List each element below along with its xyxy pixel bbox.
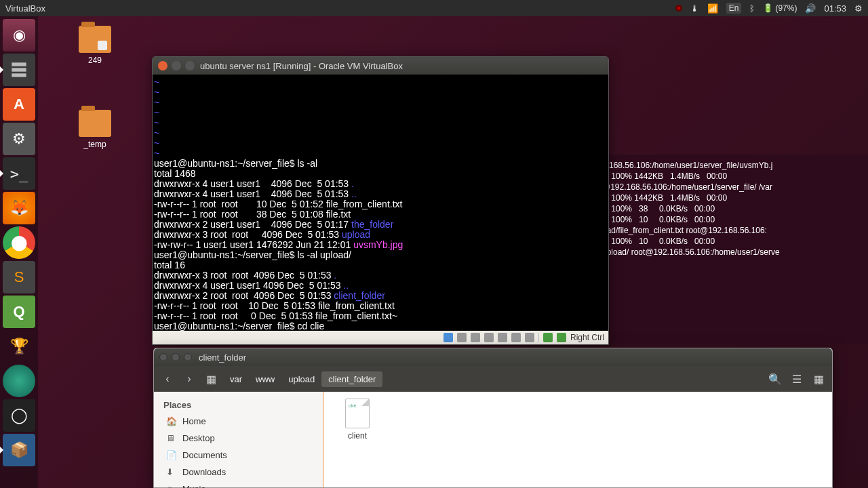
- place-icon: ♫: [166, 484, 177, 488]
- files-window: client_folder ‹ › ▦ varwwwuploadclient_f…: [153, 348, 833, 488]
- sidebar-item-documents[interactable]: 📄Documents: [154, 447, 323, 464]
- network-icon[interactable]: [484, 333, 494, 342]
- hdd-icon[interactable]: [443, 333, 453, 342]
- sidebar-item-desktop[interactable]: 🖥Desktop: [154, 430, 323, 447]
- desktop-folder-249[interactable]: 249: [68, 26, 122, 65]
- files-toolbar: ‹ › ▦ varwwwuploadclient_folder 🔍 ☰ ▦: [154, 366, 832, 392]
- marble-icon[interactable]: [3, 365, 35, 397]
- place-icon: 🖥: [166, 433, 177, 443]
- optical-icon[interactable]: [457, 333, 467, 342]
- search-icon[interactable]: 🔍: [766, 369, 785, 388]
- desktop-icon-label: _temp: [68, 140, 122, 149]
- breadcrumb-client_folder[interactable]: client_folder: [321, 371, 382, 387]
- files-sidebar: Places 🏠Home🖥Desktop📄Documents⬇Downloads…: [154, 392, 323, 487]
- launcher: ◉ A ⚙ >_ 🦊 ⬤ S Q 🏆 ◯ 📦: [0, 16, 38, 488]
- minimize-button[interactable]: [172, 61, 181, 70]
- vbox-title: ubuntu server ns1 [Running] - Oracle VM …: [200, 61, 403, 71]
- file-item-client[interactable]: oke client: [330, 399, 384, 441]
- sidebar-item-music[interactable]: ♫Music: [154, 481, 323, 488]
- virtualbox-window: ubuntu server ns1 [Running] - Oracle VM …: [152, 56, 609, 345]
- terminal-icon[interactable]: >_: [3, 157, 35, 190]
- breadcrumb-www[interactable]: www: [249, 371, 281, 387]
- sublime-icon[interactable]: S: [3, 261, 35, 293]
- breadcrumb: varwwwuploadclient_folder: [223, 371, 382, 387]
- breadcrumb-var[interactable]: var: [223, 371, 249, 387]
- view-menu-icon[interactable]: ☰: [787, 369, 806, 388]
- svg-rect-2: [12, 73, 26, 77]
- forward-button[interactable]: ›: [180, 369, 199, 388]
- qgis-icon[interactable]: Q: [3, 296, 35, 328]
- svg-rect-1: [12, 68, 26, 71]
- place-icon: 🏠: [166, 416, 177, 426]
- back-button[interactable]: ‹: [158, 369, 177, 388]
- thermometer-icon[interactable]: 🌡: [690, 3, 699, 14]
- wifi-icon[interactable]: 📶: [707, 3, 718, 14]
- obs-icon[interactable]: ◯: [3, 399, 35, 432]
- files-title: client_folder: [199, 352, 246, 363]
- bluetooth-icon[interactable]: ᛒ: [749, 3, 755, 14]
- breadcrumb-upload[interactable]: upload: [281, 371, 321, 387]
- settings-icon[interactable]: ⚙: [854, 3, 863, 14]
- sidebar-item-home[interactable]: 🏠Home: [154, 413, 323, 430]
- usb-icon[interactable]: [471, 333, 480, 342]
- top-panel: VirtualBox 🌡 📶 En ᛒ 🔋(97%) 🔊 01:53 ⚙: [0, 0, 868, 16]
- display-icon[interactable]: [511, 333, 521, 342]
- vbox-terminal[interactable]: ~~~~~~~~user1@ubuntu-ns1:~/server_file$ …: [153, 75, 608, 331]
- firefox-icon[interactable]: 🦊: [3, 192, 35, 224]
- sidebar-item-downloads[interactable]: ⬇Downloads: [154, 464, 323, 481]
- close-button[interactable]: [158, 61, 167, 70]
- grid-view-icon[interactable]: ▦: [809, 369, 828, 388]
- vbox-titlebar[interactable]: ubuntu server ns1 [Running] - Oracle VM …: [153, 57, 608, 75]
- keyboard-icon[interactable]: [557, 333, 566, 342]
- place-icon: 📄: [166, 450, 177, 460]
- trophy-icon[interactable]: 🏆: [3, 330, 35, 363]
- volume-icon[interactable]: 🔊: [805, 3, 816, 14]
- svg-rect-0: [12, 62, 26, 66]
- files-icon[interactable]: [3, 54, 35, 86]
- app-title: VirtualBox: [5, 3, 45, 14]
- close-button[interactable]: [159, 353, 167, 361]
- chrome-icon[interactable]: ⬤: [3, 226, 35, 259]
- software-center-icon[interactable]: A: [3, 88, 35, 121]
- maximize-button[interactable]: [185, 61, 195, 70]
- sidebar-header: Places: [154, 397, 323, 413]
- place-icon: ⬇: [166, 467, 177, 477]
- recording-icon[interactable]: [525, 333, 534, 342]
- files-titlebar[interactable]: client_folder: [154, 348, 832, 366]
- virtualbox-icon[interactable]: 📦: [3, 434, 35, 466]
- clock[interactable]: 01:53: [824, 3, 846, 14]
- dash-icon[interactable]: ◉: [3, 19, 35, 52]
- host-key-label: Right Ctrl: [570, 333, 604, 342]
- minimize-button[interactable]: [172, 353, 180, 361]
- desktop-icon-label: 249: [68, 56, 122, 65]
- record-icon[interactable]: [675, 5, 682, 12]
- path-toggle-icon[interactable]: ▦: [201, 369, 220, 388]
- file-label: client: [330, 431, 384, 441]
- background-terminal[interactable]: 2.168.56.106:/home/user1/server_file/uvs…: [597, 155, 868, 344]
- desktop-folder-temp[interactable]: _temp: [68, 110, 122, 149]
- shared-folder-icon[interactable]: [498, 333, 507, 342]
- language-indicator[interactable]: En: [726, 3, 742, 14]
- system-settings-icon[interactable]: ⚙: [3, 123, 35, 155]
- lock-icon: [98, 41, 107, 50]
- maximize-button[interactable]: [184, 353, 192, 361]
- mouse-integration-icon[interactable]: [543, 333, 553, 342]
- vbox-statusbar: Right Ctrl: [153, 331, 608, 344]
- document-icon: oke: [345, 399, 370, 428]
- files-content[interactable]: oke client: [323, 392, 832, 487]
- battery-indicator[interactable]: 🔋(97%): [763, 3, 797, 13]
